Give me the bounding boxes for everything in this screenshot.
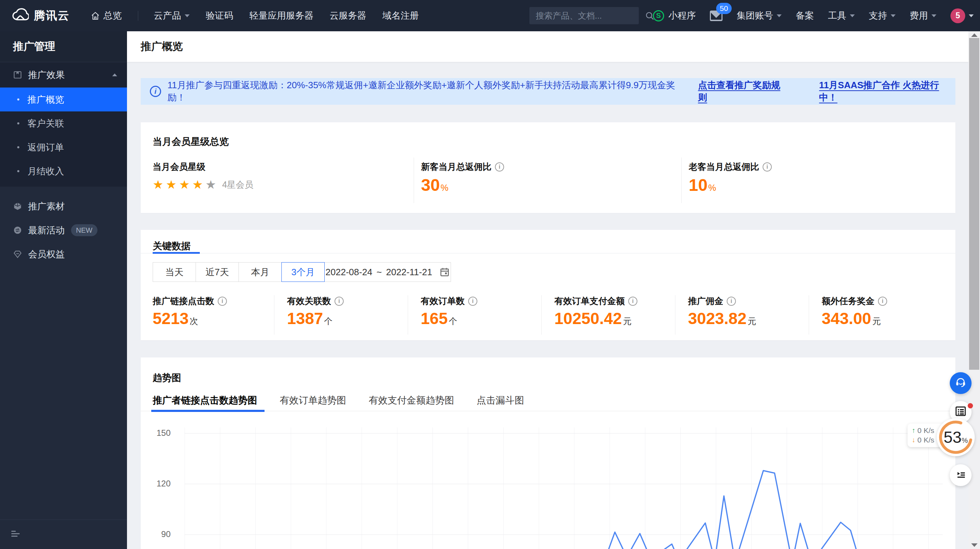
info-icon[interactable]: i bbox=[334, 297, 344, 306]
member-level-text: 4星会员 bbox=[222, 179, 253, 190]
sidebar-item-monthly-income[interactable]: 月结收入 bbox=[0, 159, 127, 183]
panel-toggle-button[interactable] bbox=[950, 464, 972, 486]
info-icon[interactable]: i bbox=[727, 297, 736, 306]
stat-commission: 推广佣金i 3023.82元 bbox=[675, 295, 809, 335]
nav-group-account[interactable]: 集团账号 bbox=[737, 10, 782, 22]
info-icon[interactable]: i bbox=[763, 162, 772, 171]
info-icon[interactable]: i bbox=[878, 297, 887, 306]
info-icon[interactable]: i bbox=[468, 297, 477, 306]
key-data-card: 关键数据 当天 近7天 本月 3个月 2022-08-24 ~ 2022-11-… bbox=[141, 230, 955, 340]
trend-chart-card: 趋势图 推广者链接点击数趋势图 有效订单趋势图 有效支付金额趋势图 点击漏斗图 … bbox=[141, 357, 955, 549]
nav-domain[interactable]: 域名注册 bbox=[382, 10, 419, 22]
page-header: 推广概览 bbox=[127, 31, 968, 62]
star-icon: ★ bbox=[205, 178, 218, 192]
stat-order-amount: 有效订单支付金额i 10250.42元 bbox=[542, 295, 675, 335]
date-end: 2022-11-21 bbox=[386, 267, 432, 278]
headset-icon bbox=[955, 376, 967, 390]
sidebar: 推广管理 推广效果 推广概览 客户关联 返佣订单 月结收入 bbox=[0, 31, 127, 549]
sidebar-item-latest-activities[interactable]: 最新活动 NEW bbox=[0, 218, 127, 242]
bullet-dot bbox=[17, 170, 19, 172]
caret-down-icon bbox=[850, 14, 855, 17]
member-card-title: 当月会员星级总览 bbox=[153, 135, 229, 148]
new-customer-rebate-block: 新客当月总返佣比 i 30% bbox=[414, 157, 681, 203]
stat-task-bonus: 额外任务奖金i 343.00元 bbox=[809, 295, 955, 335]
account-menu[interactable]: 5 bbox=[950, 8, 974, 23]
info-icon: i bbox=[150, 86, 161, 97]
collapse-sidebar-icon[interactable] bbox=[11, 530, 21, 539]
search-box[interactable] bbox=[530, 7, 639, 24]
trend-tab-underline bbox=[141, 411, 955, 411]
nav-cloud-products[interactable]: 云产品 bbox=[154, 10, 189, 22]
stat-link-clicks: 推广链接点击数i 5213次 bbox=[141, 295, 274, 335]
miniprogram-icon: S bbox=[653, 10, 664, 21]
star-icon: ★ bbox=[179, 178, 192, 192]
customer-service-button[interactable] bbox=[950, 372, 972, 394]
key-data-title-underline bbox=[141, 253, 955, 254]
nav-billing[interactable]: 费用 bbox=[910, 10, 936, 22]
star-rating: ★ ★ ★ ★ ★ 4星会员 bbox=[153, 178, 414, 192]
trend-chart: 150 120 90 bbox=[151, 422, 946, 549]
member-star-card: 当月会员星级总览 当月会员星级 ★ ★ ★ ★ ★ 4星会员 新客当月总返佣比 … bbox=[141, 122, 955, 213]
main-content: i 11月推广参与四重返现激励：20%-35%常规返佣+邀新企业额外奖励+邀新个… bbox=[127, 62, 968, 549]
range-tab-month[interactable]: 本月 bbox=[239, 262, 282, 282]
nav-lighthouse[interactable]: 轻量应用服务器 bbox=[250, 10, 313, 22]
date-range-picker[interactable]: 2022-08-24 ~ 2022-11-21 bbox=[325, 262, 451, 282]
old-customer-rebate-block: 老客当月总返佣比 i 10% bbox=[681, 157, 955, 203]
new-badge: NEW bbox=[71, 224, 97, 236]
avatar[interactable]: 5 bbox=[950, 8, 965, 23]
nav-icp[interactable]: 备案 bbox=[795, 10, 814, 22]
caret-down-icon bbox=[185, 14, 189, 17]
notification-dot bbox=[968, 403, 973, 408]
old-rebate-value: 10 bbox=[689, 175, 707, 195]
message-center-button[interactable]: 50 bbox=[710, 11, 722, 21]
sidebar-item-rebate-orders[interactable]: 返佣订单 bbox=[0, 135, 127, 159]
range-tab-3months[interactable]: 3个月 bbox=[282, 262, 325, 282]
nav-overview[interactable]: 总览 bbox=[91, 10, 122, 22]
notice-link-rules[interactable]: 点击查看推广奖励规则 bbox=[698, 79, 788, 104]
feedback-form-icon bbox=[955, 405, 967, 419]
sidebar-item-promo-effect[interactable]: 推广效果 bbox=[0, 62, 127, 87]
nav-cvm[interactable]: 云服务器 bbox=[329, 10, 366, 22]
window-bookmark-icon bbox=[13, 70, 22, 79]
scrollbar-thumb[interactable] bbox=[969, 38, 979, 370]
nav-captcha[interactable]: 验证码 bbox=[206, 10, 233, 22]
nav-tools[interactable]: 工具 bbox=[828, 10, 855, 22]
caret-down-icon bbox=[891, 14, 896, 17]
mail-badge: 50 bbox=[716, 3, 732, 14]
tab-valid-orders-trend[interactable]: 有效订单趋势图 bbox=[280, 394, 346, 407]
date-start: 2022-08-24 bbox=[325, 267, 372, 278]
chevron-up-icon bbox=[112, 73, 117, 76]
notice-link-saas[interactable]: 11月SAAS推广合作 火热进行中！ bbox=[819, 79, 955, 104]
home-icon bbox=[91, 11, 100, 21]
sidebar-item-customer-relation[interactable]: 客户关联 bbox=[0, 111, 127, 135]
sidebar-item-promo-materials[interactable]: 推广素材 bbox=[0, 194, 127, 218]
range-tab-today[interactable]: 当天 bbox=[153, 262, 196, 282]
logo-text: 腾讯云 bbox=[34, 8, 70, 24]
tab-payment-amount-trend[interactable]: 有效支付金额趋势图 bbox=[369, 394, 454, 407]
top-nav-bar: 腾讯云 总览 云产品 验证码 轻量应用服务器 云服务器 域名注册 S 小程序 bbox=[0, 0, 980, 31]
info-icon[interactable]: i bbox=[218, 297, 227, 306]
scroll-up-arrow[interactable] bbox=[971, 33, 978, 37]
nav-miniprogram[interactable]: S 小程序 bbox=[653, 10, 696, 22]
trend-chart-svg bbox=[151, 422, 946, 549]
range-tab-7days[interactable]: 近7天 bbox=[196, 262, 239, 282]
info-icon[interactable]: i bbox=[628, 297, 637, 306]
star-icon: ★ bbox=[165, 178, 179, 192]
scroll-down-arrow[interactable] bbox=[971, 543, 978, 547]
sidebar-item-promo-overview[interactable]: 推广概览 bbox=[0, 87, 127, 111]
tencent-cloud-logo[interactable]: 腾讯云 bbox=[11, 8, 70, 24]
search-input[interactable] bbox=[536, 11, 645, 21]
sidebar-item-member-benefits[interactable]: 会员权益 bbox=[0, 242, 127, 266]
progress-gauge-widget[interactable]: 53% bbox=[937, 418, 975, 456]
caret-down-icon bbox=[931, 14, 936, 17]
tab-link-clicks-trend[interactable]: 推广者链接点击数趋势图 bbox=[153, 394, 257, 407]
nav-support[interactable]: 支持 bbox=[869, 10, 896, 22]
cube-icon bbox=[13, 202, 22, 211]
bullet-dot bbox=[17, 122, 19, 124]
bullet-dot bbox=[17, 98, 19, 100]
tab-click-funnel[interactable]: 点击漏斗图 bbox=[477, 394, 524, 407]
page-title: 推广概览 bbox=[141, 40, 183, 54]
stat-valid-relations: 有效关联数i 1387个 bbox=[274, 295, 408, 335]
panel-list-icon bbox=[955, 468, 967, 482]
info-icon[interactable]: i bbox=[495, 162, 504, 171]
